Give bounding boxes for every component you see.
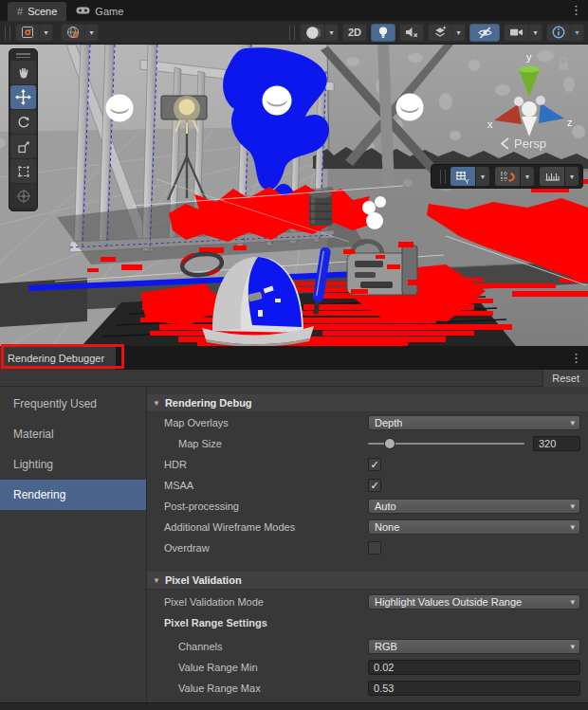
draw-mode-button[interactable] [300, 24, 324, 42]
handle-orientation-dropdown[interactable]: ▾ [84, 24, 99, 42]
tool-settings-button[interactable] [15, 24, 39, 42]
reset-button[interactable]: Reset [542, 370, 588, 387]
debugger-tabstrip: Rendering Debugger ⋮ [0, 346, 588, 370]
row-map-size: Map Size [147, 433, 588, 454]
additional-wireframe-modes-dropdown[interactable]: None▾ [368, 519, 580, 535]
scene-toolbar: ▾ ▾ ▾ 2D [0, 21, 588, 45]
toolbar-drag-handle[interactable] [5, 26, 10, 40]
grid-snapping-dropdown[interactable]: ▾ [521, 167, 534, 186]
debugger-toolbar-row: Reset [0, 370, 588, 387]
scene-tab-menu-icon[interactable]: ⋮ [570, 3, 582, 17]
svg-text:z: z [567, 117, 573, 128]
snap-increment-button[interactable] [540, 167, 564, 186]
grid-y-icon: Y [455, 170, 470, 184]
audio-muted-icon [404, 26, 419, 39]
window-bottom-edge [0, 702, 588, 710]
2d-toggle-button[interactable]: 2D [342, 24, 367, 42]
camera-icon [508, 26, 524, 39]
channels-dropdown[interactable]: RGB▾ [368, 639, 580, 654]
row-pixel-range-settings: Pixel Range Settings [147, 612, 588, 633]
gridbar-drag-handle[interactable] [440, 170, 446, 184]
sidebar-item-material[interactable]: Material [0, 419, 146, 449]
effects-layers-icon [432, 25, 448, 40]
debugger-title: Rendering Debugger [8, 353, 104, 364]
tab-game[interactable]: Game [66, 2, 133, 21]
scale-tool-button[interactable] [10, 135, 36, 158]
tool-palette [9, 48, 38, 211]
slider-thumb[interactable] [385, 439, 395, 448]
grid-snapping-button[interactable] [495, 167, 520, 186]
tab-rendering-debugger[interactable]: Rendering Debugger [0, 346, 116, 370]
effects-dropdown[interactable]: ▾ [451, 24, 466, 42]
map-overlays-dropdown[interactable]: Depth▾ [368, 415, 580, 430]
scene-grid-icon: # [17, 6, 23, 17]
svg-text:x: x [487, 118, 493, 130]
scene-visibility-button[interactable] [469, 24, 500, 42]
rect-tool-button[interactable] [10, 159, 36, 183]
effects-button[interactable] [428, 24, 451, 42]
debugger-content: ▼ Rendering Debug Map Overlays Depth▾ Ma… [147, 387, 588, 702]
pivot-icon [20, 25, 35, 40]
audio-mute-button[interactable] [399, 24, 424, 42]
camera-settings-dropdown[interactable]: ▾ [528, 24, 542, 42]
rotate-tool-button[interactable] [10, 110, 36, 134]
post-processing-dropdown[interactable]: Auto▾ [368, 499, 580, 514]
toolbar-drag-handle-right[interactable] [289, 26, 295, 40]
camera-settings-button[interactable] [504, 24, 528, 42]
ruler-increment-icon [544, 170, 560, 183]
svg-text:Y: Y [465, 177, 469, 184]
collapse-triangle-icon[interactable]: ▼ [153, 399, 160, 408]
hdr-checkbox[interactable]: ✓ [368, 458, 381, 471]
chevron-down-icon: ▾ [570, 500, 575, 514]
row-value-range-max: Value Range Max [147, 678, 588, 699]
msaa-checkbox[interactable]: ✓ [368, 479, 381, 492]
section-pixel-validation[interactable]: ▼ Pixel Validation [147, 572, 588, 590]
map-size-slider[interactable] [368, 436, 524, 451]
pixel-validation-mode-dropdown[interactable]: Highlight Values Outside Range▾ [368, 594, 580, 610]
row-map-overlays: Map Overlays Depth▾ [147, 412, 588, 433]
gizmos-info-dropdown[interactable]: ▾ [570, 24, 584, 42]
scene-render: y x z Persp [0, 45, 588, 346]
scale-icon [16, 139, 31, 155]
scene-viewport[interactable]: y x z Persp [0, 45, 588, 346]
sidebar-item-rendering[interactable]: Rendering [0, 480, 146, 510]
collapse-triangle-icon[interactable]: ▼ [153, 576, 160, 585]
info-circle-icon [551, 25, 566, 40]
sidebar-item-frequently-used[interactable]: Frequently Used [0, 389, 146, 419]
scene-lighting-button[interactable] [371, 24, 395, 42]
map-size-field[interactable] [533, 436, 580, 451]
value-range-min-field[interactable] [368, 660, 580, 675]
rotate-icon [16, 115, 31, 130]
grid-visibility-dropdown[interactable]: ▾ [476, 167, 489, 186]
value-range-max-field[interactable] [368, 681, 580, 696]
chevron-down-icon: ▾ [570, 640, 575, 654]
debugger-menu-icon[interactable]: ⋮ [570, 351, 582, 365]
transform-tool-button[interactable] [10, 184, 36, 208]
sidebar-item-lighting[interactable]: Lighting [0, 449, 146, 480]
gizmos-info-button[interactable] [546, 24, 570, 42]
shaded-sphere-icon [304, 25, 321, 41]
tab-scene-label: Scene [28, 6, 57, 17]
light-bulb-icon [377, 26, 390, 40]
overdraw-checkbox[interactable] [368, 541, 381, 555]
tab-scene[interactable]: # Scene [8, 2, 66, 21]
view-tool-button[interactable] [10, 61, 36, 84]
barrel[interactable] [309, 191, 332, 226]
game-controller-icon [76, 6, 90, 17]
snap-increment-dropdown[interactable]: ▾ [565, 167, 579, 186]
draw-mode-dropdown[interactable]: ▾ [324, 24, 339, 42]
handle-orientation-button[interactable] [61, 24, 84, 42]
grid-snap-toolbar: Y ▾ ▾ [431, 164, 583, 189]
debugger-sidebar: Frequently Used Material Lighting Render… [0, 387, 147, 702]
rect-tool-icon [16, 164, 31, 179]
palette-drag-handle[interactable] [16, 53, 30, 58]
tool-settings-dropdown[interactable]: ▾ [39, 24, 53, 42]
move-icon [15, 89, 31, 105]
grid-visibility-button[interactable]: Y [450, 167, 475, 186]
snap-magnet-icon [500, 170, 515, 184]
section-rendering-debug[interactable]: ▼ Rendering Debug [147, 394, 588, 412]
svg-text:y: y [526, 51, 532, 63]
chevron-down-icon: ▾ [570, 520, 575, 535]
tab-game-label: Game [95, 6, 123, 17]
move-tool-button[interactable] [10, 85, 36, 109]
